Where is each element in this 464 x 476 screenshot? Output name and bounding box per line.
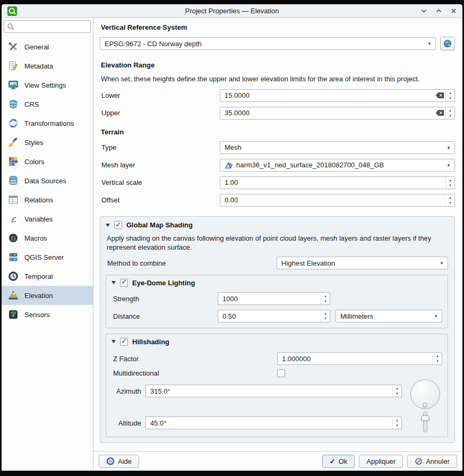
dropdown-arrow-icon: ▾	[443, 142, 454, 154]
spinner-buttons[interactable]: ▲▼	[445, 177, 454, 189]
database-icon	[7, 174, 20, 187]
terrain-type-combobox[interactable]: Mesh ▾	[220, 141, 455, 154]
hillshading-group: Hillshading Z Factor 1.000000 ▲▼ Multidi…	[106, 334, 448, 437]
sidebar-item-sensors[interactable]: Sensors	[2, 305, 93, 324]
help-button[interactable]: Aide	[99, 455, 139, 468]
dialog-button-box: Aide ✓ Ok Appliquer	[93, 451, 462, 471]
slider-groove	[423, 411, 427, 432]
svg-text:ε: ε	[11, 214, 16, 224]
eye-dome-lighting-title: Eye-Dome Lighting	[132, 279, 195, 287]
terrain-type-label: Type	[100, 143, 220, 151]
mesh-layer-combobox[interactable]: harm36_v1_ned_surface_2018082700_048_GB …	[220, 159, 455, 172]
altitude-slider[interactable]	[420, 411, 430, 432]
chevron-down-icon[interactable]	[420, 7, 427, 14]
sidebar-item-macros[interactable]: {} Macros	[2, 228, 93, 248]
spinner-buttons[interactable]: ▲▼	[445, 194, 454, 206]
cancel-button[interactable]: Annuler	[407, 455, 457, 468]
close-icon[interactable]	[450, 7, 457, 14]
lower-label: Lower	[100, 91, 220, 99]
sidebar-item-label: Colors	[24, 158, 45, 166]
sidebar-item-colors[interactable]: Colors	[2, 152, 93, 171]
altitude-spinbox[interactable]: 45.0° ▲▼	[145, 416, 402, 429]
upper-spinbox[interactable]: 35.0000 ▲▼	[220, 107, 455, 120]
collapse-arrow-icon[interactable]	[106, 224, 110, 227]
sidebar-item-variables[interactable]: ε Variables	[2, 209, 93, 228]
epsilon-icon: ε	[7, 212, 20, 225]
ok-button-label: Ok	[339, 457, 348, 465]
metadata-icon	[7, 60, 20, 72]
sidebar-search[interactable]	[4, 20, 91, 33]
spinner-buttons[interactable]: ▲▼	[392, 417, 401, 429]
spinner-buttons[interactable]: ▲▼	[445, 90, 454, 101]
select-crs-button[interactable]	[440, 37, 455, 50]
sidebar-item-label: Transformations	[24, 120, 74, 128]
sidebar-item-label: General	[24, 43, 49, 51]
sidebar-item-transformations[interactable]: Transformations	[2, 114, 93, 133]
clear-field-icon[interactable]	[434, 109, 445, 116]
spinner-buttons[interactable]: ▲▼	[392, 385, 401, 397]
vertical-crs-combobox[interactable]: EPSG:9672 - CD Norway depth ▾	[100, 37, 436, 50]
distance-unit-value: Millimeters	[340, 312, 430, 320]
sidebar-item-general[interactable]: General	[2, 37, 93, 56]
mesh-layer-icon	[225, 161, 233, 169]
dropdown-arrow-icon: ▾	[424, 38, 435, 49]
sidebar-item-label: Macros	[24, 234, 47, 242]
method-to-combine-combobox[interactable]: Highest Elevation ▾	[277, 257, 448, 269]
spinner-buttons[interactable]: ▲▼	[321, 293, 330, 304]
ok-button[interactable]: ✓ Ok	[322, 455, 355, 468]
strength-spinbox[interactable]: 1000 ▲▼	[218, 292, 330, 305]
apply-button[interactable]: Appliquer	[359, 455, 403, 468]
z-factor-spinbox[interactable]: 1.000000 ▲▼	[277, 352, 442, 365]
sidebar-item-label: Temporal	[24, 273, 53, 280]
offset-spinbox[interactable]: 0.00 ▲▼	[220, 194, 455, 207]
sidebar-item-elevation[interactable]: Elevation	[2, 286, 93, 305]
hillshading-title: Hillshading	[132, 338, 169, 346]
spinner-buttons[interactable]: ▲▼	[321, 310, 330, 322]
hillshading-checkbox[interactable]	[120, 338, 128, 346]
dial-knob[interactable]	[423, 403, 427, 407]
sidebar-item-label: Sensors	[24, 311, 50, 319]
sidebar-item-metadata[interactable]: Metadata	[2, 56, 93, 75]
sidebar-item-view-settings[interactable]: View Settings	[2, 75, 93, 95]
global-map-shading-group: Global Map Shading Apply shading on the …	[100, 216, 455, 444]
multidirectional-checkbox[interactable]	[277, 369, 285, 377]
sidebar-item-styles[interactable]: Styles	[2, 133, 93, 152]
eye-dome-lighting-checkbox[interactable]	[120, 279, 128, 287]
eye-dome-lighting-group: Eye-Dome Lighting Strength 1000 ▲▼ Dista…	[106, 275, 448, 328]
multidirectional-label: Multidirectional	[111, 369, 277, 377]
sidebar-item-qgis-server[interactable]: QGIS Server	[2, 248, 93, 267]
clock-icon	[7, 270, 20, 283]
sidebar-item-relations[interactable]: Relations	[2, 190, 93, 209]
titlebar[interactable]: Project Properties — Elevation	[2, 4, 462, 18]
dropdown-arrow-icon: ▾	[436, 257, 448, 269]
sidebar-item-label: View Settings	[24, 81, 66, 89]
sidebar-item-label: Relations	[24, 196, 53, 204]
spinner-buttons[interactable]: ▲▼	[445, 107, 454, 119]
vertical-scale-spinbox[interactable]: 1.00 ▲▼	[220, 176, 455, 189]
distance-spinbox[interactable]: 0.50 ▲▼	[218, 310, 330, 322]
vertical-scale-label: Vertical scale	[100, 178, 220, 186]
tools-icon	[7, 40, 20, 53]
search-input[interactable]	[17, 23, 88, 30]
help-button-label: Aide	[118, 457, 132, 465]
slider-handle[interactable]	[421, 415, 429, 421]
collapse-arrow-icon[interactable]	[111, 340, 116, 343]
monitor-icon	[7, 79, 20, 91]
azimuth-spinbox[interactable]: 315.0° ▲▼	[145, 385, 402, 397]
sensor-icon	[7, 308, 20, 321]
sidebar-item-data-sources[interactable]: Data Sources	[2, 171, 93, 190]
sidebar-item-crs[interactable]: CRS	[2, 95, 93, 114]
terrain-type-value: Mesh	[225, 143, 443, 151]
z-factor-label: Z Factor	[111, 355, 277, 363]
global-map-shading-checkbox[interactable]	[114, 221, 122, 229]
sidebar-item-temporal[interactable]: Temporal	[2, 267, 93, 286]
collapse-arrow-icon[interactable]	[111, 281, 116, 284]
azimuth-dial[interactable]	[410, 379, 440, 409]
mesh-layer-label: Mesh layer	[100, 161, 220, 169]
clear-field-icon[interactable]	[434, 92, 445, 99]
lower-spinbox[interactable]: 15.0000 ▲▼	[220, 89, 455, 102]
spinner-buttons[interactable]: ▲▼	[433, 353, 442, 364]
vertical-scale-value: 1.00	[225, 178, 445, 186]
distance-unit-combobox[interactable]: Millimeters ▾	[336, 310, 442, 322]
chevron-up-icon[interactable]	[435, 7, 442, 14]
